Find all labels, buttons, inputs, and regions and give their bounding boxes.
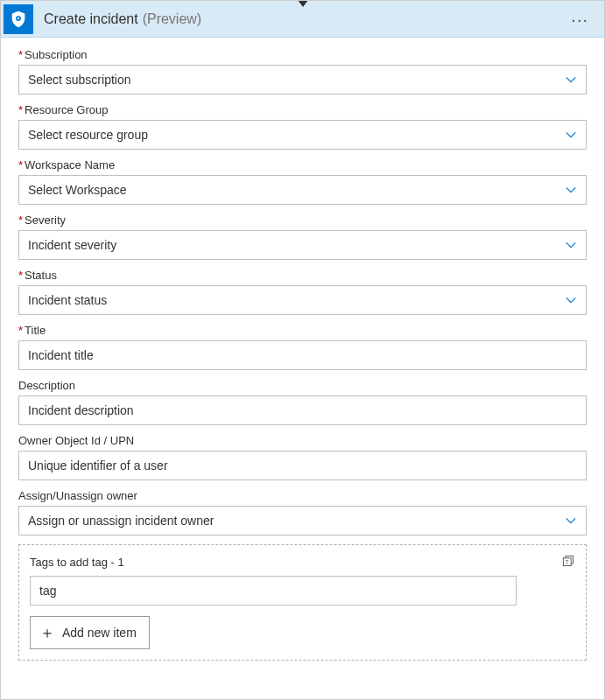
severity-label: Severity — [18, 214, 587, 227]
status-value: Incident status — [28, 293, 107, 307]
workspace-name-value: Select Workspace — [28, 183, 127, 197]
plus-icon: ＋ — [39, 625, 55, 640]
status-label: Status — [18, 269, 587, 282]
subscription-dropdown[interactable]: Select subscription — [18, 65, 587, 94]
chevron-down-icon — [565, 74, 577, 86]
svg-point-1 — [18, 17, 19, 18]
resource-group-dropdown[interactable]: Select resource group — [18, 120, 587, 150]
owner-object-id-input[interactable]: Unique identifier of a user — [18, 451, 587, 480]
form-body: Subscription Select subscription Resourc… — [1, 38, 604, 675]
tags-section: Tags to add tag - 1 T tag ＋ Add new item — [18, 544, 587, 661]
title-value: Incident title — [28, 348, 94, 362]
chevron-down-icon — [565, 294, 577, 306]
status-dropdown[interactable]: Incident status — [18, 285, 587, 315]
add-new-item-label: Add new item — [62, 626, 137, 640]
resource-group-label: Resource Group — [18, 103, 587, 116]
workspace-name-label: Workspace Name — [18, 158, 587, 172]
sentinel-shield-icon — [4, 4, 33, 34]
subscription-value: Select subscription — [28, 73, 131, 87]
title-label: Title — [18, 324, 587, 337]
header-suffix: (Preview) — [143, 11, 202, 27]
owner-object-id-value: Unique identifier of a user — [28, 458, 168, 472]
chevron-down-icon — [565, 129, 577, 141]
tag-value: tag — [39, 584, 56, 598]
collapse-caret-icon[interactable] — [298, 0, 308, 7]
severity-dropdown[interactable]: Incident severity — [18, 230, 587, 260]
workspace-name-dropdown[interactable]: Select Workspace — [18, 175, 587, 205]
header-title: Create incident — [44, 11, 138, 27]
svg-text:T: T — [566, 559, 569, 565]
assign-owner-value: Assign or unassign incident owner — [28, 514, 214, 528]
dynamic-content-icon[interactable]: T — [561, 554, 575, 570]
description-label: Description — [18, 379, 587, 392]
tag-input[interactable]: tag — [30, 576, 517, 606]
severity-value: Incident severity — [28, 238, 116, 252]
owner-object-id-label: Owner Object Id / UPN — [18, 434, 587, 447]
description-value: Incident description — [28, 403, 134, 417]
assign-owner-label: Assign/Unassign owner — [18, 489, 587, 502]
assign-owner-dropdown[interactable]: Assign or unassign incident owner — [18, 506, 587, 536]
tags-label: Tags to add tag - 1 — [30, 556, 124, 569]
title-input[interactable]: Incident title — [18, 340, 587, 370]
chevron-down-icon — [565, 239, 577, 251]
more-menu-button[interactable]: ··· — [564, 11, 595, 27]
subscription-label: Subscription — [18, 48, 587, 61]
resource-group-value: Select resource group — [28, 128, 148, 142]
chevron-down-icon — [565, 184, 577, 196]
chevron-down-icon — [565, 514, 577, 527]
description-input[interactable]: Incident description — [18, 396, 587, 425]
add-new-item-button[interactable]: ＋ Add new item — [30, 616, 150, 649]
